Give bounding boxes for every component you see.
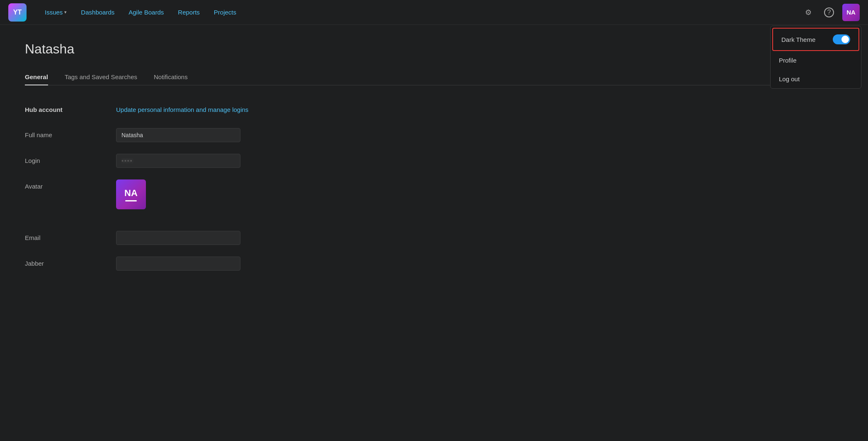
- avatar-row: Avatar NA: [25, 179, 398, 209]
- jabber-label: Jabber: [25, 257, 116, 267]
- dark-theme-label: Dark Theme: [781, 36, 815, 43]
- avatar-underline: [125, 200, 137, 201]
- navbar: YT Issues ▾ Dashboards Agile Boards Repo…: [0, 0, 868, 25]
- nav-projects[interactable]: Projects: [208, 6, 242, 18]
- avatar-initials: NA: [846, 9, 856, 16]
- logout-label: Log out: [779, 75, 800, 82]
- email-row: Email: [25, 231, 398, 245]
- hub-account-header: Hub account Update personal information …: [25, 106, 398, 113]
- full-name-row: Full name: [25, 128, 398, 142]
- avatar-label: Avatar: [25, 179, 116, 190]
- dark-theme-toggle[interactable]: [833, 34, 850, 44]
- help-button[interactable]: ?: [822, 5, 836, 20]
- help-icon: ?: [824, 7, 834, 17]
- profile-menu-item[interactable]: Profile: [771, 51, 861, 70]
- nav-issues[interactable]: Issues ▾: [39, 6, 73, 18]
- user-avatar-button[interactable]: NA: [842, 4, 860, 21]
- logo-text: YT: [13, 9, 22, 16]
- tabs: General Tags and Saved Searches Notifica…: [25, 69, 843, 85]
- tab-tags-saved-searches[interactable]: Tags and Saved Searches: [65, 69, 137, 85]
- login-input[interactable]: [116, 154, 240, 168]
- avatar-display-initials: NA: [124, 188, 138, 199]
- issues-chevron-icon: ▾: [64, 10, 67, 15]
- dropdown-menu: Dark Theme Profile Log out: [770, 26, 861, 89]
- full-name-input[interactable]: [116, 128, 240, 142]
- form-section: Hub account Update personal information …: [25, 106, 398, 271]
- settings-icon: ⚙: [805, 8, 812, 17]
- nav-dashboards[interactable]: Dashboards: [75, 6, 120, 18]
- login-label: Login: [25, 154, 116, 164]
- hub-account-link[interactable]: Update personal information and manage l…: [116, 106, 248, 113]
- email-input[interactable]: [116, 231, 240, 245]
- logo[interactable]: YT: [8, 3, 27, 22]
- spacer: [25, 221, 398, 231]
- dark-theme-toggle-row[interactable]: Dark Theme: [772, 28, 859, 51]
- avatar[interactable]: NA: [116, 179, 146, 209]
- nav-agile-boards[interactable]: Agile Boards: [123, 6, 170, 18]
- tab-general[interactable]: General: [25, 69, 48, 85]
- logout-menu-item[interactable]: Log out: [771, 70, 861, 88]
- jabber-input[interactable]: [116, 257, 240, 271]
- hub-account-label: Hub account: [25, 106, 116, 113]
- email-label: Email: [25, 231, 116, 241]
- tab-notifications[interactable]: Notifications: [154, 69, 188, 85]
- nav-reports[interactable]: Reports: [172, 6, 206, 18]
- logo-box: YT: [8, 3, 27, 22]
- nav-links: Issues ▾ Dashboards Agile Boards Reports…: [39, 6, 801, 18]
- profile-label: Profile: [779, 57, 797, 64]
- page-content: Natasha General Tags and Saved Searches …: [0, 25, 868, 299]
- full-name-label: Full name: [25, 128, 116, 138]
- page-title: Natasha: [25, 41, 843, 57]
- jabber-row: Jabber: [25, 257, 398, 271]
- settings-button[interactable]: ⚙: [801, 5, 816, 20]
- nav-right: ⚙ ? NA: [801, 4, 860, 21]
- login-row: Login: [25, 154, 398, 168]
